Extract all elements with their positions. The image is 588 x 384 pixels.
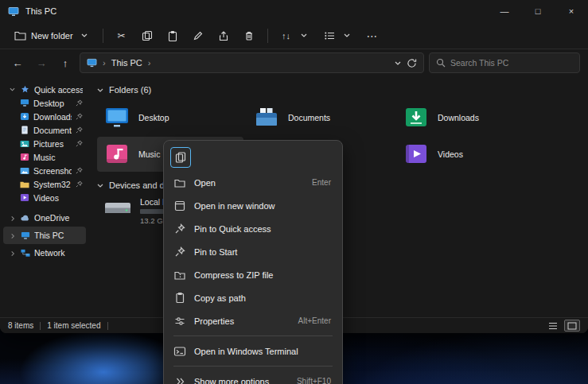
this-pc-icon bbox=[20, 231, 30, 240]
sidebar-item-music[interactable]: Music bbox=[3, 150, 86, 164]
sidebar-item-this-pc[interactable]: This PC bbox=[3, 227, 86, 244]
sidebar-item-screenshots[interactable]: Screenshots bbox=[3, 164, 86, 177]
context-menu-item-show-more-options[interactable]: Show more options Shift+F10 bbox=[167, 370, 339, 384]
details-view-button[interactable] bbox=[545, 320, 561, 332]
rename-button[interactable] bbox=[186, 25, 210, 46]
share-button[interactable] bbox=[212, 25, 236, 46]
address-dropdown-chevron-icon[interactable] bbox=[395, 61, 401, 65]
desktop-icon bbox=[19, 99, 29, 108]
window-title: This PC bbox=[25, 6, 56, 16]
sidebar-item-label: Desktop bbox=[33, 99, 72, 108]
sidebar-item-label: This PC bbox=[34, 231, 83, 240]
music-icon bbox=[103, 143, 130, 165]
chevron-down-icon bbox=[298, 29, 310, 42]
desktop-icon bbox=[103, 107, 130, 129]
context-menu-separator bbox=[173, 366, 333, 367]
chevron-down-icon bbox=[341, 29, 353, 42]
close-button[interactable]: × bbox=[555, 0, 588, 22]
thumbnail-view-button[interactable] bbox=[564, 320, 580, 332]
sidebar-item-quick-access[interactable]: Quick access bbox=[3, 83, 86, 96]
paste-button[interactable] bbox=[161, 25, 185, 46]
context-menu-item-compress-zip[interactable]: Compress to ZIP file bbox=[167, 263, 339, 286]
sidebar-item-system32[interactable]: System32 bbox=[3, 177, 86, 191]
folders-header-label: Folders (6) bbox=[109, 85, 151, 95]
sidebar-item-label: Documents bbox=[33, 126, 72, 135]
pictures-icon bbox=[19, 139, 29, 149]
context-menu-item-open[interactable]: Open Enter bbox=[167, 171, 339, 194]
sidebar-item-downloads[interactable]: Downloads bbox=[3, 110, 86, 123]
delete-button[interactable] bbox=[237, 25, 261, 46]
maximize-button[interactable]: □ bbox=[521, 0, 555, 22]
terminal-icon bbox=[173, 345, 186, 358]
sidebar-item-desktop[interactable]: Desktop bbox=[3, 96, 86, 110]
zip-folder-icon bbox=[173, 269, 186, 281]
context-menu-shortcut: Enter bbox=[312, 178, 331, 187]
context-menu-item-pin-quick-access[interactable]: Pin to Quick access bbox=[167, 217, 339, 240]
share-icon bbox=[217, 29, 230, 42]
folder-tile-label: Desktop bbox=[138, 113, 169, 122]
context-menu-item-properties[interactable]: Properties Alt+Enter bbox=[167, 309, 339, 332]
onedrive-cloud-icon bbox=[20, 213, 30, 223]
new-window-icon bbox=[173, 200, 186, 212]
new-folder-label: New folder bbox=[31, 31, 73, 41]
sidebar-item-label: System32 bbox=[33, 180, 72, 189]
back-button[interactable]: ← bbox=[8, 53, 27, 72]
titlebar: This PC — □ × bbox=[0, 0, 588, 22]
new-folder-button[interactable]: New folder bbox=[8, 25, 96, 46]
address-bar[interactable]: › This PC › bbox=[80, 52, 424, 73]
refresh-icon[interactable] bbox=[407, 58, 417, 68]
pin-icon bbox=[76, 126, 83, 134]
chevron-right-icon bbox=[11, 215, 15, 221]
this-pc-icon bbox=[87, 58, 97, 68]
trash-icon bbox=[243, 29, 255, 42]
folders-section-header[interactable]: Folders (6) bbox=[97, 83, 588, 97]
pin-icon bbox=[173, 246, 186, 258]
context-menu-item-copy-as-path[interactable]: Copy as path bbox=[167, 286, 339, 309]
sidebar-item-label: Videos bbox=[33, 193, 83, 203]
context-menu-shortcut: Shift+F10 bbox=[297, 377, 331, 384]
minimize-button[interactable]: — bbox=[488, 0, 521, 22]
context-menu-item-pin-start[interactable]: Pin to Start bbox=[167, 240, 339, 263]
sidebar-item-videos[interactable]: Videos bbox=[3, 191, 86, 204]
sidebar-item-onedrive[interactable]: OneDrive bbox=[3, 209, 86, 227]
sort-button[interactable]: ↑↓ bbox=[275, 25, 316, 46]
up-button[interactable]: ↑ bbox=[56, 53, 75, 72]
copy-button[interactable] bbox=[170, 147, 191, 168]
sidebar-item-network[interactable]: Network bbox=[3, 244, 86, 262]
status-divider bbox=[107, 322, 108, 330]
copy-icon bbox=[141, 29, 154, 42]
quick-access-star-icon bbox=[20, 85, 30, 95]
folder-tile-downloads[interactable]: Downloads bbox=[396, 100, 543, 135]
sidebar-item-label: Pictures bbox=[33, 139, 72, 149]
view-button[interactable] bbox=[317, 25, 359, 46]
folder-tile-documents[interactable]: Documents bbox=[247, 100, 393, 135]
paste-icon bbox=[166, 29, 179, 42]
open-icon bbox=[173, 176, 186, 189]
chevron-down-icon bbox=[97, 88, 103, 92]
sidebar-item-documents[interactable]: Documents bbox=[3, 123, 86, 137]
pin-icon bbox=[173, 223, 186, 235]
breadcrumb-this-pc[interactable]: This PC bbox=[111, 58, 142, 68]
clipboard-icon bbox=[173, 292, 186, 304]
sidebar-item-label: Quick access bbox=[34, 85, 83, 95]
pin-icon bbox=[76, 167, 83, 174]
cut-button[interactable]: ✂ bbox=[110, 25, 134, 46]
context-menu-item-open-new-window[interactable]: Open in new window bbox=[167, 194, 339, 217]
context-menu-label: Properties bbox=[194, 316, 290, 326]
chevron-right-icon bbox=[11, 250, 15, 256]
search-input[interactable] bbox=[450, 58, 573, 68]
sidebar-item-pictures[interactable]: Pictures bbox=[3, 137, 86, 150]
pin-icon bbox=[76, 113, 83, 120]
videos-icon bbox=[403, 143, 430, 165]
view-icon bbox=[323, 29, 336, 42]
context-menu-label: Open in Windows Terminal bbox=[194, 347, 331, 356]
sidebar-item-label: Network bbox=[34, 248, 83, 258]
context-menu-item-open-windows-terminal[interactable]: Open in Windows Terminal bbox=[167, 339, 339, 363]
more-options-button[interactable]: ⋯ bbox=[360, 25, 384, 46]
forward-button[interactable]: → bbox=[32, 53, 51, 72]
copy-button[interactable] bbox=[135, 25, 159, 46]
chevron-down-icon bbox=[97, 184, 103, 188]
folder-tile-desktop[interactable]: Desktop bbox=[97, 100, 243, 135]
context-menu-label: Pin to Start bbox=[194, 247, 331, 257]
folder-tile-videos[interactable]: Videos bbox=[396, 137, 543, 172]
